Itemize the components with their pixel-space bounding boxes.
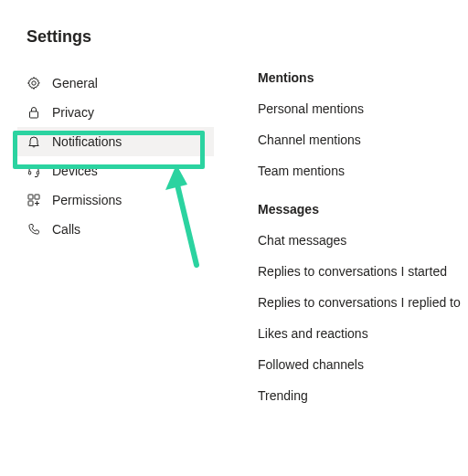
- sidebar-item-label: Devices: [52, 164, 98, 178]
- gear-icon: [27, 76, 41, 90]
- svg-rect-3: [37, 172, 38, 175]
- option-likes-reactions[interactable]: Likes and reactions: [258, 326, 461, 341]
- sidebar-item-calls[interactable]: Calls: [17, 215, 214, 244]
- page-title: Settings: [0, 0, 468, 69]
- svg-rect-6: [28, 201, 33, 206]
- option-team-mentions[interactable]: Team mentions: [258, 164, 461, 178]
- svg-rect-4: [28, 195, 33, 199]
- sidebar-item-privacy[interactable]: Privacy: [17, 98, 214, 127]
- sidebar-item-label: Permissions: [52, 193, 122, 207]
- phone-icon: [27, 222, 41, 237]
- svg-rect-5: [35, 195, 39, 199]
- app-icon: [27, 193, 41, 207]
- headset-icon: [27, 164, 41, 178]
- sidebar-item-notifications[interactable]: Notifications: [17, 127, 214, 156]
- lock-icon: [27, 105, 41, 120]
- section-heading-mentions: Mentions: [258, 70, 461, 85]
- option-chat-messages[interactable]: Chat messages: [258, 233, 461, 248]
- settings-content: General Privacy Notifications: [0, 69, 468, 419]
- sidebar-item-label: General: [52, 76, 98, 90]
- option-replies-started[interactable]: Replies to conversations I started: [258, 264, 461, 279]
- svg-rect-1: [30, 111, 38, 118]
- svg-point-0: [32, 81, 36, 85]
- option-trending[interactable]: Trending: [258, 388, 461, 403]
- sidebar-item-permissions[interactable]: Permissions: [17, 185, 214, 215]
- settings-main: Mentions Personal mentions Channel menti…: [214, 69, 461, 419]
- sidebar-item-label: Privacy: [52, 105, 94, 120]
- svg-rect-2: [29, 172, 31, 175]
- option-personal-mentions[interactable]: Personal mentions: [258, 101, 461, 116]
- option-replies-replied[interactable]: Replies to conversations I replied to: [258, 295, 461, 310]
- settings-sidebar: General Privacy Notifications: [17, 69, 214, 419]
- sidebar-item-label: Notifications: [52, 134, 122, 149]
- bell-icon: [27, 134, 41, 149]
- option-channel-mentions[interactable]: Channel mentions: [258, 132, 461, 147]
- section-heading-messages: Messages: [258, 202, 461, 217]
- option-followed-channels[interactable]: Followed channels: [258, 357, 461, 372]
- sidebar-item-general[interactable]: General: [17, 69, 214, 98]
- sidebar-item-devices[interactable]: Devices: [17, 156, 214, 185]
- sidebar-item-label: Calls: [52, 222, 80, 237]
